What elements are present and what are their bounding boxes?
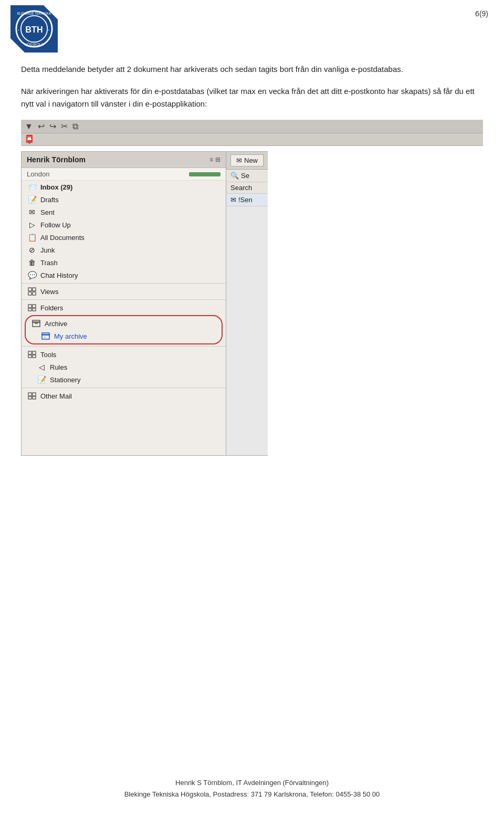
myarchive-icon: + [40,332,51,340]
redo-icon[interactable]: ↪ [48,121,58,132]
user-name: Henrik Törnblom [27,155,86,164]
nav-item-othermail[interactable]: Other Mail [22,390,226,402]
svg-rect-27 [33,393,36,396]
nav-item-junk[interactable]: ⊘ Junk [22,244,226,256]
msg-label: !Sen [238,196,253,204]
nav-panel: Henrik Törnblom ≡ ⊞ London 📨 Inbox (29) [22,152,226,455]
msg-row: ✉ !Sen [226,194,268,206]
nav-item-rules[interactable]: ◁ Rules [22,361,226,373]
new-button[interactable]: ✉ New [230,154,264,166]
right-toolbar: ✉ New [226,152,268,170]
search-full-label: Search [230,184,252,192]
paragraph-1: Detta meddelande betyder att 2 dokument … [21,63,483,76]
inbox-icon: 📨 [27,183,37,191]
tools-label: Tools [40,351,56,359]
alert-icon: 📮 [24,134,35,144]
stationery-icon: 📝 [36,375,47,384]
search-full-row: Search [226,182,268,194]
archive-label: Archive [45,320,67,328]
junk-icon: ⊘ [27,246,37,254]
nav-header-icons: ≡ ⊞ [209,156,220,163]
svg-rect-11 [33,292,36,295]
filter-icon[interactable]: ▼ [23,121,35,132]
envelope-icon: ✉ [236,156,242,164]
svg-rect-14 [28,308,32,311]
nav-item-folders[interactable]: Folders [22,301,226,314]
undo-icon[interactable]: ↩ [36,121,46,132]
nav-item-chathistory[interactable]: 💬 Chat History [22,269,226,281]
email-client: Henrik Törnblom ≡ ⊞ London 📨 Inbox (29) [21,151,268,456]
alldocs-icon: 📋 [27,233,37,242]
followup-icon: ▷ [27,221,37,229]
trash-label: Trash [40,259,58,267]
copy-icon[interactable]: ⧉ [71,121,80,132]
stationery-label: Stationery [50,376,81,384]
divider-4 [22,388,226,388]
tools-icon [27,350,37,359]
folders-icon [27,304,37,312]
archive-highlight: Archive + My archive [25,315,223,344]
nav-item-followup[interactable]: ▷ Follow Up [22,218,226,231]
othermail-label: Other Mail [40,392,72,400]
paragraph-2: När arkiveringen har aktiverats för din … [21,85,483,110]
nav-item-stationery[interactable]: 📝 Stationery [22,373,226,386]
svg-text:•: • [18,28,19,32]
search-area: 🔍 Se [226,170,268,182]
svg-rect-24 [28,355,32,358]
svg-rect-28 [28,396,32,399]
envelope-small-icon: ✉ [230,196,236,204]
svg-rect-15 [33,308,36,311]
svg-rect-29 [33,396,36,399]
top-toolbar-strip: ▼ ↩ ↪ ✂ ⧉ [21,120,483,133]
page-number: 6(9) [475,9,488,18]
content-area: Detta meddelande betyder att 2 dokument … [21,63,483,456]
footer: Henrik S Törnblom, IT Avdelningen (Förva… [0,777,504,800]
nav-item-archive[interactable]: Archive [26,317,222,330]
svg-text:HÖGSKOLA: HÖGSKOLA [25,43,44,46]
views-label: Views [40,288,58,296]
footer-line1: Henrik S Törnblom, IT Avdelningen (Förva… [0,777,504,789]
location-text: London [27,170,49,178]
search-label: Se [241,172,249,180]
nav-item-tools[interactable]: Tools [22,348,226,361]
views-icon [27,287,37,296]
nav-header: Henrik Törnblom ≡ ⊞ [22,152,226,168]
chathistory-label: Chat History [40,271,78,279]
inbox-label: Inbox (29) [40,183,72,191]
nav-item-drafts[interactable]: 📝 Drafts [22,193,226,206]
nav-location: London [22,168,226,181]
storage-bar [189,172,220,176]
drafts-icon: 📝 [27,195,37,204]
footer-line2: Blekinge Tekniska Högskola, Postadress: … [0,789,504,800]
divider-3 [22,346,226,347]
magnify-icon: 🔍 [230,172,239,180]
svg-text:•: • [48,28,49,32]
nav-item-sent[interactable]: ✉ Sent [22,206,226,218]
menu-icon[interactable]: ≡ [209,156,213,163]
svg-rect-13 [33,305,36,308]
svg-text:BLEKINGE TEKNISKA: BLEKINGE TEKNISKA [17,12,51,15]
svg-rect-22 [28,351,32,354]
drafts-label: Drafts [40,196,59,204]
svg-rect-8 [28,288,32,291]
trash-icon: 🗑 [27,258,37,267]
nav-item-myarchive[interactable]: + My archive [26,330,222,342]
divider-1 [22,283,226,284]
svg-rect-10 [28,292,32,295]
expand-icon[interactable]: ⊞ [215,156,220,163]
cut-icon[interactable]: ✂ [59,121,69,132]
nav-item-alldocs[interactable]: 📋 All Documents [22,231,226,244]
nav-item-trash[interactable]: 🗑 Trash [22,256,226,269]
svg-text:+: + [44,336,46,339]
new-btn-label: New [244,156,258,164]
rules-icon: ◁ [36,363,47,371]
divider-2 [22,299,226,300]
followup-label: Follow Up [40,221,71,229]
myarchive-label: My archive [54,332,87,340]
svg-rect-12 [28,305,32,308]
nav-item-views[interactable]: Views [22,285,226,298]
logo: BLEKINGE TEKNISKA HÖGSKOLA BTH • • [10,5,58,54]
nav-item-inbox[interactable]: 📨 Inbox (29) [22,181,226,193]
alldocs-label: All Documents [40,234,85,242]
svg-rect-20 [42,333,49,335]
